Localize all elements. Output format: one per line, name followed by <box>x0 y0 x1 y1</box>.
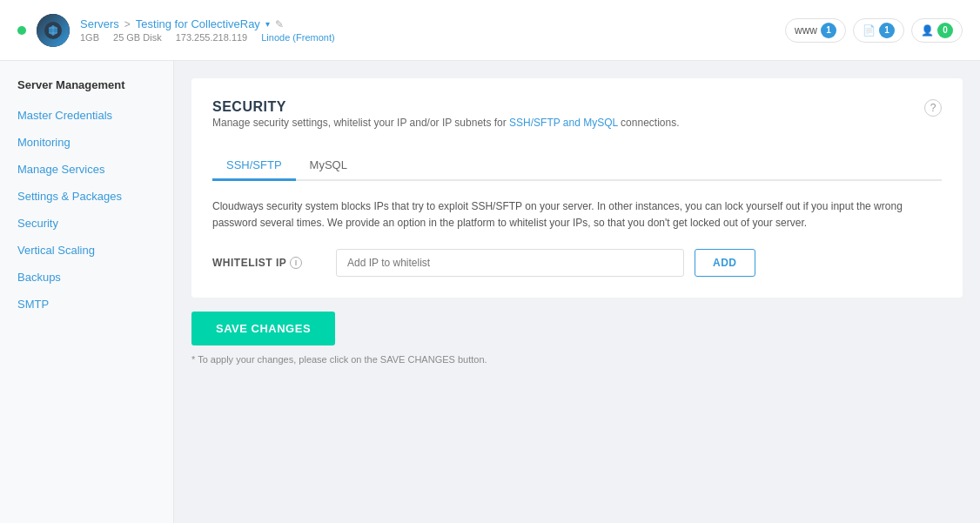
header-right: www 1 📄 1 👤 0 <box>785 18 963 43</box>
sidebar-item-vertical-scaling[interactable]: Vertical Scaling <box>0 237 173 264</box>
save-note: * To apply your changes, please click on… <box>191 354 963 365</box>
save-changes-button[interactable]: SAVE CHANGES <box>191 312 335 345</box>
users-badge[interactable]: 👤 0 <box>911 18 963 43</box>
sidebar: Server Management Master Credentials Mon… <box>0 61 174 523</box>
sidebar-item-settings-packages[interactable]: Settings & Packages <box>0 183 173 210</box>
server-logo <box>37 14 70 47</box>
sidebar-section-title: Server Management <box>0 78 173 102</box>
tab-mysql[interactable]: MySQL <box>296 151 361 181</box>
users-count: 0 <box>937 23 953 38</box>
breadcrumb-servers[interactable]: Servers <box>80 17 119 30</box>
tab-ssh-sftp[interactable]: SSH/SFTP <box>212 151 296 181</box>
sidebar-item-master-credentials[interactable]: Master Credentials <box>0 102 173 129</box>
sidebar-item-security[interactable]: Security <box>0 210 173 237</box>
save-area: SAVE CHANGES * To apply your changes, pl… <box>191 312 963 365</box>
whitelist-label: WHITELIST IP i <box>212 257 326 269</box>
status-indicator <box>17 26 26 35</box>
section-desc-link[interactable]: SSH/SFTP and MySQL <box>509 117 618 129</box>
server-name: Testing for CollectiveRay <box>136 17 260 30</box>
content-area: SECURITY Manage security settings, white… <box>174 61 980 523</box>
sidebar-item-backups[interactable]: Backups <box>0 264 173 291</box>
header-left: Servers > Testing for CollectiveRay ▾ ✎ … <box>17 14 335 47</box>
server-ip: 173.255.218.119 <box>176 32 248 43</box>
server-info: Servers > Testing for CollectiveRay ▾ ✎ … <box>80 17 335 43</box>
sidebar-item-manage-services[interactable]: Manage Services <box>0 156 173 183</box>
breadcrumb-separator: > <box>124 18 131 30</box>
dropdown-icon[interactable]: ▾ <box>265 19 270 29</box>
files-badge[interactable]: 📄 1 <box>853 18 904 43</box>
help-icon[interactable]: ? <box>924 99 942 117</box>
section-desc-text2: connections. <box>618 117 680 129</box>
server-provider: Linode (Fremont) <box>261 32 334 43</box>
whitelist-ip-row: WHITELIST IP i ADD <box>212 249 942 277</box>
files-count: 1 <box>879 23 895 38</box>
sidebar-item-smtp[interactable]: SMTP <box>0 291 173 318</box>
card-header: SECURITY Manage security settings, white… <box>212 99 942 144</box>
main-layout: Server Management Master Credentials Mon… <box>0 61 980 523</box>
section-desc-text1: Manage security settings, whitelist your… <box>212 117 509 129</box>
server-disk: 25 GB Disk <box>113 32 162 43</box>
www-label: www <box>795 24 817 37</box>
whitelist-ip-input[interactable] <box>336 249 684 277</box>
www-badge[interactable]: www 1 <box>785 18 846 43</box>
server-ram: 1GB <box>80 32 99 43</box>
section-description: Manage security settings, whitelist your… <box>212 115 680 131</box>
edit-icon[interactable]: ✎ <box>275 18 284 30</box>
header: Servers > Testing for CollectiveRay ▾ ✎ … <box>0 0 980 61</box>
section-title: SECURITY <box>212 99 680 115</box>
www-count: 1 <box>821 23 836 38</box>
whitelist-info-icon[interactable]: i <box>290 257 302 269</box>
security-card: SECURITY Manage security settings, white… <box>191 78 963 298</box>
security-tabs: SSH/SFTP MySQL <box>212 151 942 181</box>
users-icon: 👤 <box>921 24 934 37</box>
add-ip-button[interactable]: ADD <box>695 249 755 277</box>
sidebar-item-monitoring[interactable]: Monitoring <box>0 129 173 156</box>
files-icon: 📄 <box>863 24 876 37</box>
security-body-text: Cloudways security system blocks IPs tha… <box>212 198 942 231</box>
